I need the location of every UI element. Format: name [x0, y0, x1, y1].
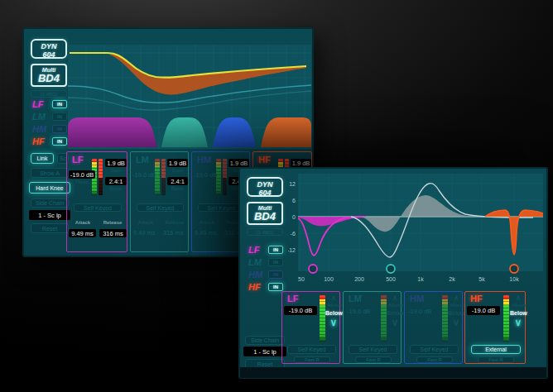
strip-name: HM [410, 294, 424, 304]
gain-value[interactable]: 1.9 dB [167, 159, 188, 167]
key-source-button[interactable]: Self Keyed [349, 345, 397, 354]
threshold-value[interactable]: -19.0 dB [408, 308, 431, 315]
above-label: Above [512, 303, 525, 308]
threshold-value[interactable]: -19.0 dB [132, 171, 156, 179]
attack-value[interactable]: 9.49 ms [133, 229, 156, 237]
side-chain-button[interactable]: Side Chain [245, 336, 285, 345]
gr-meter [223, 159, 227, 195]
reset-button[interactable]: Reset [31, 223, 69, 233]
mid-band-handle[interactable] [387, 265, 395, 273]
brand-line2: BD4 [32, 73, 65, 84]
release-value[interactable]: 316 ms [163, 229, 184, 237]
threshold-value[interactable]: -19.0 dB [467, 306, 500, 315]
chevron-up-icon[interactable]: ∧ [512, 294, 524, 302]
y-axis-labels: 12 6 0 -6 -12 [288, 181, 296, 253]
band-in-toggle-lm[interactable]: IN [52, 112, 67, 121]
gain-label: Gain [167, 168, 188, 173]
chevron-up-icon[interactable]: ∧ [389, 294, 401, 302]
below-label: Below [325, 310, 342, 316]
band-label-hf: HF [32, 137, 45, 146]
below-label: Below [448, 310, 464, 316]
release-value[interactable]: 316 ms [99, 229, 127, 237]
hard-knee-button[interactable]: Hard Knee [29, 182, 70, 194]
y-tick: -6 [291, 231, 296, 237]
sc-source-select[interactable]: 1 - Sc lp [243, 347, 286, 356]
sc-source-select[interactable]: 1 - Sc lp [29, 210, 70, 220]
front-strip-lm: LM -19.0 dB ∧ Above Below ∨ Self Keyed F… [343, 291, 402, 364]
threshold-value[interactable]: -19.0 dB [284, 306, 317, 315]
strip-name: HF [470, 294, 483, 304]
gain-value[interactable]: 1.9 dB [228, 159, 249, 167]
preset-display[interactable]: (1:4BD) [31, 90, 67, 98]
band-shape-lf[interactable] [68, 117, 157, 147]
gain-value[interactable]: 1.9 dB [105, 159, 127, 167]
below-label: Below [387, 310, 403, 316]
level-meter [320, 295, 325, 342]
strip-name: HM [197, 155, 211, 165]
logo-line1: DYN [32, 42, 65, 50]
threshold-value[interactable]: -19.0 dB [347, 308, 370, 315]
band-label-hm: HM [248, 270, 262, 280]
chevron-up-icon[interactable]: ∧ [328, 294, 339, 302]
band-label-lm: LM [32, 112, 46, 122]
chevron-up-icon[interactable]: ∧ [450, 294, 462, 302]
fast-release-button[interactable]: Fast R [478, 356, 514, 363]
band-in-toggle-hm[interactable]: IN [52, 125, 67, 133]
band-in-toggle-hf[interactable]: IN [268, 283, 283, 291]
logo-line2: 604 [248, 189, 281, 197]
x-tick: 1k [417, 276, 424, 282]
y-tick: -12 [288, 247, 296, 253]
logo-line2: 604 [32, 50, 65, 59]
front-strip-hf: HF -19.0 dB ∧ Above Below ∨ External Fas… [464, 291, 526, 364]
preset-display[interactable]: (1:4BD) [247, 228, 283, 236]
attack-value[interactable]: 9.49 ms [69, 229, 96, 237]
front-eq-graph: 12 6 0 -6 -12 50 100 200 500 1k 2k 5k 10… [288, 170, 545, 286]
attack-value[interactable]: 9.49 ms [195, 229, 217, 237]
desktop-background: DYN 604 Multi BD4 (1:4BD) LF IN LM IN HM… [0, 0, 553, 392]
multibd4-logo: Multi BD4 [31, 64, 67, 87]
multibd4-logo: Multi BD4 [247, 202, 283, 225]
band-in-toggle-hf[interactable]: IN [52, 137, 67, 146]
x-tick: 2k [449, 276, 455, 282]
attack-label: Attack [132, 220, 159, 225]
lf-band-handle[interactable] [309, 265, 317, 273]
fast-release-button[interactable]: Fast R [355, 356, 392, 363]
strip-name: LF [72, 155, 83, 165]
strip-name: LM [136, 155, 149, 165]
band-in-toggle-lf[interactable]: IN [52, 100, 67, 108]
key-source-button[interactable]: Self Keyed [137, 203, 184, 212]
chevron-down-icon[interactable]: ∨ [328, 318, 339, 327]
chevron-down-icon[interactable]: ∨ [389, 318, 401, 327]
release-label: Release [161, 220, 188, 225]
threshold-value[interactable]: -19.0 dB [69, 170, 95, 179]
gr-meter [99, 159, 103, 195]
back-strip-lf: LF 1.9 dB Gain 2.4:1 Ratio -19.0 dB Thre… [66, 151, 127, 252]
strip-name: LF [287, 294, 298, 304]
key-source-button[interactable]: Self Keyed [74, 203, 122, 212]
ratio-value[interactable]: 2.4:1 [105, 177, 127, 185]
band-in-toggle-hm[interactable]: IN [268, 270, 283, 279]
release-label: Release [99, 220, 126, 225]
ratio-value[interactable]: 2.4:1 [167, 177, 188, 185]
band-in-toggle-lm[interactable]: IN [268, 258, 283, 266]
key-source-button[interactable]: Self Keyed [287, 345, 336, 354]
threshold-value[interactable]: -19.0 dB [194, 171, 217, 179]
dyn604-logo: DYN 604 [247, 177, 283, 197]
gain-value[interactable]: 1.9 dB [291, 159, 311, 167]
fast-release-button[interactable]: Fast R [294, 356, 330, 363]
link-button[interactable]: Link [31, 153, 54, 164]
chevron-down-icon[interactable]: ∨ [450, 318, 462, 327]
side-chain-button[interactable]: Side Chain [31, 198, 69, 208]
fast-release-button[interactable]: Fast R [416, 356, 453, 363]
show-a-button[interactable]: Show A [31, 168, 69, 178]
band-label-lf: LF [32, 100, 43, 109]
band-in-toggle-lf[interactable]: IN [268, 246, 283, 254]
back-strip-lm: LM 1.9 dB Gain 2.4:1 Ratio -19.0 dB Self… [130, 151, 189, 252]
key-source-button[interactable]: External [471, 345, 521, 354]
chevron-down-icon[interactable]: ∨ [512, 318, 524, 327]
y-tick: 6 [292, 198, 296, 203]
gain-label: Gain [105, 168, 127, 173]
y-tick: 12 [289, 181, 296, 187]
key-source-button[interactable]: Self Keyed [410, 345, 459, 354]
hf-band-handle[interactable] [510, 265, 518, 273]
